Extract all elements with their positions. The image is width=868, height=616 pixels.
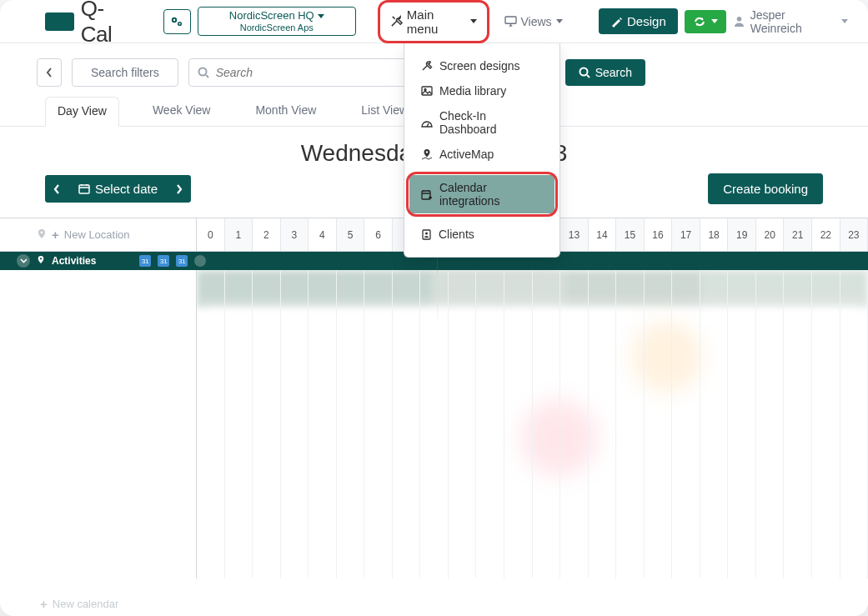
menu-item-media-library[interactable]: Media library bbox=[409, 78, 554, 103]
prev-date-button[interactable] bbox=[45, 175, 68, 203]
grid-col bbox=[645, 270, 673, 578]
grid-col bbox=[337, 270, 365, 578]
main-menu-label: Main menu bbox=[407, 8, 466, 36]
topbar: Q-Cal NordicScreen HQ NordicScreen Aps M… bbox=[0, 0, 868, 43]
svg-point-13 bbox=[580, 68, 587, 76]
hour-cell: 22 bbox=[812, 218, 840, 251]
hour-cell: 4 bbox=[309, 218, 337, 251]
tab-month-view[interactable]: Month View bbox=[243, 97, 328, 126]
hour-cell: 19 bbox=[728, 218, 756, 251]
chevron-left-icon bbox=[53, 184, 60, 194]
caret-down-icon bbox=[841, 19, 848, 23]
caret-down-icon bbox=[318, 14, 324, 18]
tab-label: List View bbox=[361, 103, 408, 117]
timeline-grid-left bbox=[0, 270, 197, 578]
grid-col bbox=[756, 270, 785, 578]
search-filters-label: Search filters bbox=[91, 66, 159, 79]
menu-item-label: Clients bbox=[439, 228, 474, 241]
user-icon bbox=[733, 15, 745, 28]
chevron-down-icon bbox=[20, 258, 28, 263]
search-button-label: Search bbox=[595, 66, 632, 79]
grid-col bbox=[560, 270, 589, 578]
new-location-label: New Location bbox=[64, 228, 130, 241]
svg-point-8 bbox=[426, 151, 428, 153]
mini-clock-icon[interactable] bbox=[194, 255, 206, 267]
tab-week-view[interactable]: Week View bbox=[141, 97, 223, 126]
dashboard-icon bbox=[421, 118, 433, 128]
hour-cell: 2 bbox=[253, 218, 281, 251]
svg-rect-14 bbox=[79, 185, 89, 193]
grid-col bbox=[476, 270, 504, 578]
svg-point-11 bbox=[425, 232, 428, 234]
timeline-grid-right[interactable] bbox=[197, 270, 868, 578]
hour-cell: 1 bbox=[225, 218, 253, 251]
menu-item-label: Calendar integrations bbox=[439, 181, 543, 208]
tools-icon bbox=[421, 60, 433, 72]
caret-down-icon bbox=[556, 19, 563, 23]
search-icon bbox=[198, 67, 209, 78]
grid-col bbox=[420, 270, 449, 578]
views-trigger[interactable]: Views bbox=[496, 10, 571, 33]
grid-col bbox=[197, 270, 225, 578]
svg-point-12 bbox=[198, 68, 206, 76]
mini-calendar-icon-2[interactable]: 31 bbox=[158, 255, 169, 267]
pin-icon bbox=[37, 229, 47, 241]
refresh-icon bbox=[693, 16, 706, 28]
activities-label: Activities bbox=[52, 255, 96, 267]
refresh-button[interactable] bbox=[685, 10, 726, 33]
grid-col bbox=[504, 270, 533, 578]
hour-cell: 14 bbox=[589, 218, 617, 251]
select-date-button[interactable]: Select date bbox=[68, 175, 168, 203]
menu-item-screen-designs[interactable]: Screen designs bbox=[409, 53, 554, 78]
create-booking-button[interactable]: Create booking bbox=[708, 173, 823, 204]
new-calendar-label: New calendar bbox=[53, 598, 119, 610]
search-button[interactable]: Search bbox=[565, 59, 645, 86]
menu-item-checkin-dashboard[interactable]: Check-In Dashboard bbox=[409, 103, 554, 142]
new-location-button[interactable]: + New Location bbox=[0, 218, 197, 251]
main-menu-trigger[interactable]: Main menu bbox=[378, 0, 489, 43]
menu-item-clients[interactable]: Clients bbox=[409, 222, 554, 247]
design-button[interactable]: Design bbox=[599, 8, 678, 34]
calendar-plus-icon bbox=[421, 189, 433, 200]
chevron-right-icon bbox=[176, 184, 183, 194]
grid-col bbox=[309, 270, 337, 578]
hour-cell: 0 bbox=[197, 218, 225, 251]
grid-col bbox=[533, 270, 561, 578]
collapse-activities-button[interactable] bbox=[17, 254, 30, 268]
svg-point-1 bbox=[173, 18, 175, 20]
search-filters-button[interactable]: Search filters bbox=[72, 58, 178, 87]
grid-col bbox=[281, 270, 309, 578]
hour-cell: 21 bbox=[784, 218, 812, 251]
tools-icon bbox=[390, 15, 403, 28]
collapse-filters-button[interactable] bbox=[37, 58, 62, 87]
mini-calendar-icon-3[interactable]: 31 bbox=[176, 255, 188, 267]
hour-cell: 16 bbox=[645, 218, 673, 251]
monitor-icon bbox=[504, 16, 517, 27]
new-calendar-ghost: + New calendar bbox=[40, 597, 118, 611]
image-icon bbox=[421, 86, 433, 96]
chevron-left-icon bbox=[46, 68, 53, 78]
tab-day-view[interactable]: Day View bbox=[45, 97, 119, 127]
settings-button[interactable] bbox=[163, 9, 191, 34]
grid-col bbox=[225, 270, 253, 578]
hour-cell: 23 bbox=[840, 218, 868, 251]
org-secondary-label: NordicScreen Aps bbox=[240, 23, 314, 33]
menu-item-calendar-integrations[interactable]: Calendar integrations bbox=[409, 175, 554, 213]
mini-calendar-icon-1[interactable]: 31 bbox=[139, 255, 151, 267]
next-date-button[interactable] bbox=[168, 175, 191, 203]
date-nav: Select date bbox=[45, 175, 191, 203]
menu-item-activemap[interactable]: ActiveMap bbox=[409, 142, 554, 167]
tab-label: Day View bbox=[58, 104, 107, 118]
hour-cell: 17 bbox=[672, 218, 700, 251]
hour-cell: 13 bbox=[560, 218, 589, 251]
user-menu[interactable]: Jesper Weinreich bbox=[733, 8, 848, 35]
hour-cell: 5 bbox=[337, 218, 365, 251]
org-selector[interactable]: NordicScreen HQ NordicScreen Aps bbox=[198, 7, 356, 35]
clients-icon bbox=[421, 229, 432, 240]
hour-cell: 15 bbox=[616, 218, 645, 251]
hour-cell: 18 bbox=[700, 218, 729, 251]
select-date-label: Select date bbox=[95, 182, 158, 196]
app-window: Q-Cal NordicScreen HQ NordicScreen Aps M… bbox=[0, 0, 868, 616]
svg-rect-4 bbox=[505, 17, 516, 23]
grid-columns bbox=[197, 270, 868, 578]
